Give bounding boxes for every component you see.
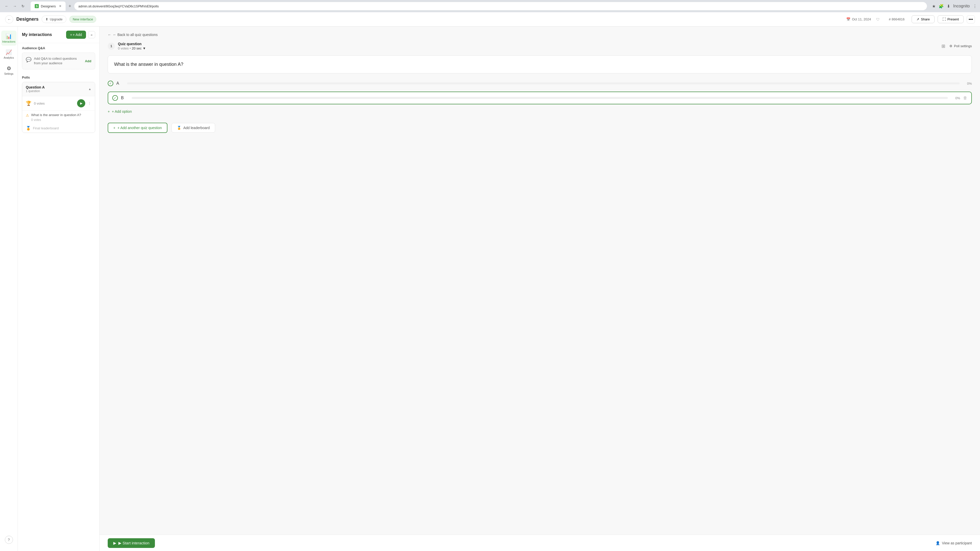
reload-button[interactable]: ↻ [19, 3, 27, 10]
delete-option-b-button[interactable]: 🗑 [963, 96, 967, 100]
present-icon: ⛶ [942, 17, 946, 21]
poll-item-row: 🏆 0 votes ▶ ⋮ [26, 99, 91, 107]
audience-qa-section: Audience Q&A 💬 Add Q&A to collect questi… [18, 43, 99, 73]
incognito-label: Incognito [953, 4, 970, 8]
more-options-button[interactable]: ••• [967, 15, 975, 24]
new-interface-badge[interactable]: New interface [69, 16, 96, 23]
main-scroll: ← ← Back to all quiz questions 1 Quiz qu… [100, 27, 980, 535]
settings-icon: ⚙ [6, 65, 11, 71]
view-as-participant-button[interactable]: 👤 View as participant [935, 541, 972, 545]
back-button[interactable]: ← [5, 15, 13, 24]
upgrade-icon: ⬆ [45, 17, 48, 21]
download-icon[interactable]: ⬇ [947, 4, 950, 9]
add-option-row[interactable]: + + Add option [108, 106, 972, 117]
browser-actions: ★ 🧩 ⬇ Incognito ⋮ [932, 4, 977, 9]
poll-question-votes: 0 votes [31, 118, 81, 122]
poll-group: Question A 1 question ▲ 🏆 0 votes ▶ ⋮ [22, 82, 95, 133]
add-quiz-icon: + [113, 126, 115, 130]
chat-icon: 💬 [26, 57, 32, 62]
leaderboard-icon: 🏅 [177, 126, 181, 130]
quiz-number: 1 [108, 43, 115, 50]
poll-question-text: What is the answer in question A? [31, 113, 81, 118]
app-header: ← Designers ⬆ Upgrade New interface 📅 Oc… [0, 12, 980, 27]
menu-icon[interactable]: ⋮ [973, 4, 977, 9]
question-text: What is the answer in question A? [114, 62, 966, 67]
person-icon: 👤 [935, 541, 940, 545]
poll-question-item[interactable]: ⚠ What is the answer in question A? 0 vo… [22, 111, 95, 124]
add-icon: + [70, 33, 72, 37]
poll-more-button[interactable]: ⋮ [88, 101, 91, 105]
back-to-quiz-link[interactable]: ← ← Back to all quiz questions [108, 33, 972, 37]
poll-votes-label: 0 votes [34, 102, 75, 105]
extensions-icon[interactable]: 🧩 [939, 4, 944, 9]
leaderboard-item[interactable]: 🏅 Final leaderboard [22, 124, 95, 133]
browser-tab[interactable]: S Designers ✕ [30, 2, 65, 11]
back-arrow-icon: ← [108, 33, 111, 37]
app: ← Designers ⬆ Upgrade New interface 📅 Oc… [0, 12, 980, 551]
start-icon: ▶ [113, 541, 116, 545]
option-b-row: ✓ B 0% 🗑 [108, 92, 972, 104]
question-box: What is the answer in question A? [108, 56, 972, 73]
option-b-label: B [121, 96, 129, 100]
quiz-type-label: Quiz question [118, 42, 146, 46]
poll-settings-button[interactable]: ⚙ Poll settings [950, 44, 972, 48]
bookmark-icon[interactable]: ★ [932, 4, 935, 9]
quiz-stats: 0 votes • 20 sec ▼ [118, 46, 146, 50]
start-interaction-button[interactable]: ▶ ▶ Start interaction [108, 538, 155, 548]
sidebar-item-analytics[interactable]: 📈 Analytics [1, 47, 17, 62]
add-interaction-button[interactable]: + + Add [66, 30, 86, 39]
leaderboard-label: Final leaderboard [33, 126, 59, 130]
shield-icon: 🛡 [876, 17, 880, 21]
app-title: Designers [16, 17, 38, 22]
qa-description: Add Q&A to collect questions from your a… [34, 56, 83, 65]
sidebar-item-settings[interactable]: ⚙ Settings [1, 63, 17, 78]
sidebar-item-analytics-label: Analytics [3, 56, 14, 59]
analytics-icon: 📈 [6, 49, 12, 56]
back-nav-button[interactable]: ← [3, 3, 10, 10]
event-id: # 8664816 [889, 17, 905, 21]
quiz-header: 1 Quiz question 0 votes • 20 sec ▼ [108, 42, 972, 50]
main-content: 📊 Interactions 📈 Analytics ⚙ Settings ? … [0, 27, 980, 551]
sidebar-item-interactions[interactable]: 📊 Interactions [1, 30, 17, 46]
header-date: 📅 Oct 11, 2024 [846, 17, 871, 21]
address-bar[interactable]: admin.sli.do/event/8Goq3eqYCVaD6c1SPMVoE… [74, 2, 927, 10]
quiz-actions: + + Add another quiz question 🏅 Add lead… [108, 123, 972, 133]
help-button[interactable]: ? [5, 536, 13, 544]
sidebar: 📊 Interactions 📈 Analytics ⚙ Settings ? [0, 27, 18, 551]
qa-card: 💬 Add Q&A to collect questions from your… [22, 52, 95, 69]
interactions-icon: 📊 [6, 33, 12, 39]
warning-icon: ⚠ [26, 113, 29, 118]
qa-add-button[interactable]: Add [85, 59, 91, 63]
forward-nav-button[interactable]: → [11, 3, 18, 10]
new-tab-button[interactable]: + [68, 3, 73, 10]
option-a-check-icon: ✓ [108, 81, 113, 86]
polls-title: Polls [22, 76, 95, 79]
left-panel: My interactions + + Add « Audience Q&A 💬… [18, 27, 100, 551]
option-a-bar [127, 83, 959, 84]
trophy-icon: 🏆 [26, 100, 32, 106]
timer-dropdown[interactable]: 20 sec ▼ [132, 46, 146, 50]
collapse-panel-button[interactable]: « [88, 31, 95, 38]
option-a-bar-bg [127, 83, 959, 84]
tab-close-button[interactable]: ✕ [59, 4, 62, 8]
sidebar-item-settings-label: Settings [4, 73, 13, 75]
add-option-icon: + [108, 110, 110, 114]
url-text: admin.sli.do/event/8Goq3eqYCVaD6c1SPMVoE… [78, 4, 159, 8]
add-quiz-question-button[interactable]: + + Add another quiz question [108, 123, 167, 133]
poll-play-button[interactable]: ▶ [77, 99, 85, 107]
share-button[interactable]: ↗ Share [912, 15, 935, 23]
option-b-bar-bg [132, 97, 948, 99]
quiz-header-right: ⊞ ⚙ Poll settings [942, 43, 972, 49]
add-leaderboard-button[interactable]: 🏅 Add leaderboard [172, 123, 215, 133]
poll-group-count: 1 question [26, 89, 45, 93]
grid-icon[interactable]: ⊞ [942, 43, 945, 49]
option-b-pct: 0% [951, 96, 960, 100]
calendar-icon: 📅 [846, 17, 850, 21]
present-button[interactable]: ⛶ Present [938, 15, 964, 23]
upgrade-button[interactable]: ⬆ Upgrade [41, 16, 66, 23]
tab-favicon: S [35, 4, 39, 8]
main-area: ← ← Back to all quiz questions 1 Quiz qu… [100, 27, 980, 551]
poll-group-header[interactable]: Question A 1 question ▲ [22, 82, 95, 96]
gear-icon: ⚙ [950, 44, 953, 48]
audience-qa-title: Audience Q&A [22, 46, 95, 50]
